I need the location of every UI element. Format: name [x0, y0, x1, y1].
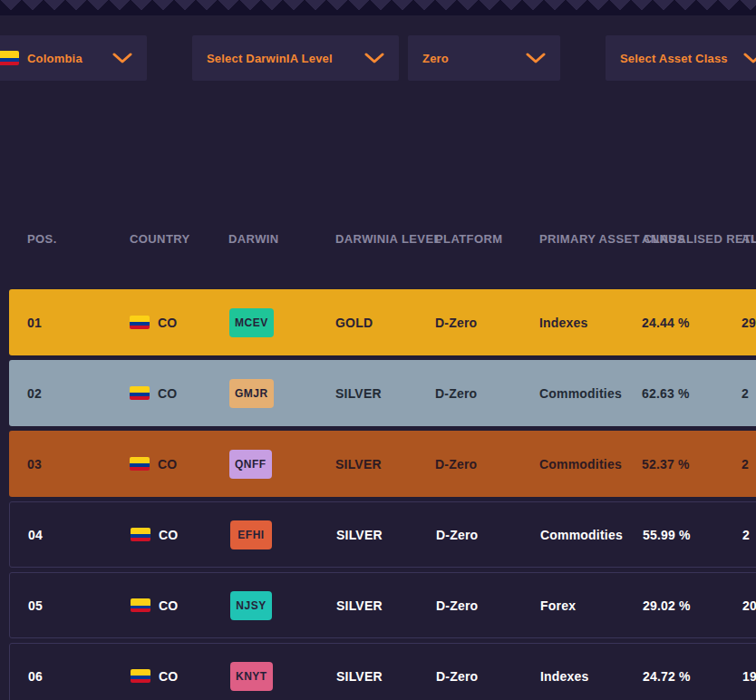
asset-class-cell: Forex [540, 598, 643, 613]
chevron-down-icon [526, 53, 546, 63]
asset-class-cell: Indexes [540, 669, 643, 684]
darwin-ticker-badge[interactable]: NJSY [230, 591, 272, 620]
colombia-flag-icon [0, 51, 19, 65]
annualised-return-cell: 52.37 % [642, 457, 741, 472]
darwin-cell: EFHI [229, 520, 336, 549]
table-rows: 01 CO MCEV GOLD D-Zero Indexes 24.44 % 2… [9, 289, 756, 700]
darwin-ticker-badge[interactable]: MCEV [229, 308, 274, 337]
darwinia-level-cell: GOLD [335, 316, 435, 330]
country-cell: CO [130, 386, 228, 401]
platform-cell: D-Zero [436, 669, 540, 684]
colombia-flag-icon [131, 528, 150, 541]
darwin-cell: KNYT [229, 662, 336, 691]
darwin-cell: MCEV [228, 308, 335, 337]
allocation-cell: 2 [741, 386, 756, 401]
darwinia-level-cell: SILVER [336, 598, 436, 613]
platform-filter-dropdown[interactable]: Zero [408, 35, 560, 81]
filters-bar: Colombia Select DarwinIA Level Zero Sele… [0, 35, 756, 81]
position-cell: 03 [9, 457, 130, 472]
position-cell: 02 [9, 386, 130, 401]
annualised-return-cell: 62.63 % [642, 386, 741, 401]
allocation-cell: 29 [741, 316, 756, 330]
platform-cell: D-Zero [436, 528, 540, 542]
position-cell: 04 [10, 528, 131, 542]
zigzag-border [0, 0, 756, 15]
darwin-ticker-badge[interactable]: GMJR [229, 379, 274, 408]
table-row[interactable]: 06 CO KNYT SILVER D-Zero Indexes 24.72 %… [9, 643, 756, 700]
asset-class-cell: Indexes [539, 316, 642, 330]
darwinia-level-cell: SILVER [336, 528, 436, 542]
header-allocation: ALLOCATION [741, 229, 756, 250]
country-filter-dropdown[interactable]: Colombia [0, 35, 147, 81]
header-annualised-return: ANNUALISED RETURN [642, 229, 741, 250]
country-cell: CO [131, 598, 229, 613]
country-code: CO [158, 386, 177, 401]
allocation-cell: 19 [742, 669, 756, 684]
annualised-return-cell: 24.44 % [642, 316, 741, 330]
country-code: CO [158, 457, 177, 472]
darwinia-level-cell: SILVER [335, 457, 435, 472]
asset-class-filter-label: Select Asset Class [620, 52, 728, 65]
colombia-flag-icon [130, 316, 150, 329]
colombia-flag-icon [130, 386, 150, 400]
platform-cell: D-Zero [435, 457, 539, 472]
darwinia-level-cell: SILVER [335, 386, 435, 401]
platform-cell: D-Zero [435, 386, 539, 401]
colombia-flag-icon [130, 457, 150, 471]
table-row[interactable]: 05 CO NJSY SILVER D-Zero Forex 29.02 % 2… [9, 572, 756, 638]
header-pos: POS. [9, 229, 130, 250]
header-platform: PLATFORM [435, 229, 539, 250]
darwin-cell: QNFF [228, 450, 335, 479]
darwin-ticker-badge[interactable]: KNYT [230, 662, 273, 691]
darwinia-level-cell: SILVER [336, 669, 436, 684]
platform-filter-label: Zero [422, 52, 449, 65]
position-cell: 01 [9, 316, 130, 330]
country-code: CO [159, 528, 178, 542]
country-cell: CO [131, 669, 229, 684]
header-primary-asset-class: PRIMARY ASSET CLASS [539, 229, 642, 250]
platform-cell: D-Zero [435, 316, 539, 330]
position-cell: 06 [10, 669, 131, 684]
darwin-cell: NJSY [229, 591, 336, 620]
asset-class-filter-dropdown[interactable]: Select Asset Class [606, 35, 756, 81]
country-cell: CO [130, 457, 228, 472]
chevron-down-icon [743, 53, 756, 63]
country-code: CO [159, 669, 178, 684]
header-darwinia-level: DARWINIA LEVEL [335, 229, 435, 250]
colombia-flag-icon [131, 598, 150, 612]
table-row[interactable]: 01 CO MCEV GOLD D-Zero Indexes 24.44 % 2… [9, 289, 756, 355]
allocation-cell: 2 [742, 528, 756, 542]
table-header-row: POS. COUNTRY DARWIN DARWINIA LEVEL PLATF… [9, 208, 756, 271]
table-row[interactable]: 02 CO GMJR SILVER D-Zero Commodities 62.… [9, 360, 756, 426]
asset-class-cell: Commodities [539, 457, 642, 472]
header-country: COUNTRY [130, 229, 228, 250]
position-cell: 05 [10, 598, 131, 613]
darwinia-level-filter-dropdown[interactable]: Select DarwinIA Level [192, 35, 399, 81]
annualised-return-cell: 29.02 % [643, 598, 742, 613]
country-cell: CO [131, 528, 229, 542]
darwinia-level-filter-label: Select DarwinIA Level [207, 52, 333, 65]
leaderboard-table: POS. COUNTRY DARWIN DARWINIA LEVEL PLATF… [9, 208, 756, 700]
allocation-cell: 20 [742, 598, 756, 613]
chevron-down-icon [364, 53, 384, 63]
country-code: CO [158, 316, 177, 330]
country-cell: CO [130, 316, 228, 330]
colombia-flag-icon [131, 669, 150, 683]
asset-class-cell: Commodities [539, 386, 642, 401]
header-darwin: DARWIN [228, 229, 335, 250]
darwin-ticker-badge[interactable]: EFHI [230, 520, 272, 549]
table-row[interactable]: 04 CO EFHI SILVER D-Zero Commodities 55.… [9, 501, 756, 568]
annualised-return-cell: 55.99 % [643, 528, 742, 542]
darwin-cell: GMJR [228, 379, 335, 408]
country-filter-label: Colombia [27, 52, 82, 65]
platform-cell: D-Zero [436, 598, 540, 613]
annualised-return-cell: 24.72 % [643, 669, 742, 684]
asset-class-cell: Commodities [540, 528, 643, 542]
allocation-cell: 2 [741, 457, 756, 472]
country-code: CO [159, 598, 178, 613]
table-row[interactable]: 03 CO QNFF SILVER D-Zero Commodities 52.… [9, 431, 756, 497]
chevron-down-icon [112, 53, 132, 63]
darwin-ticker-badge[interactable]: QNFF [229, 450, 272, 479]
